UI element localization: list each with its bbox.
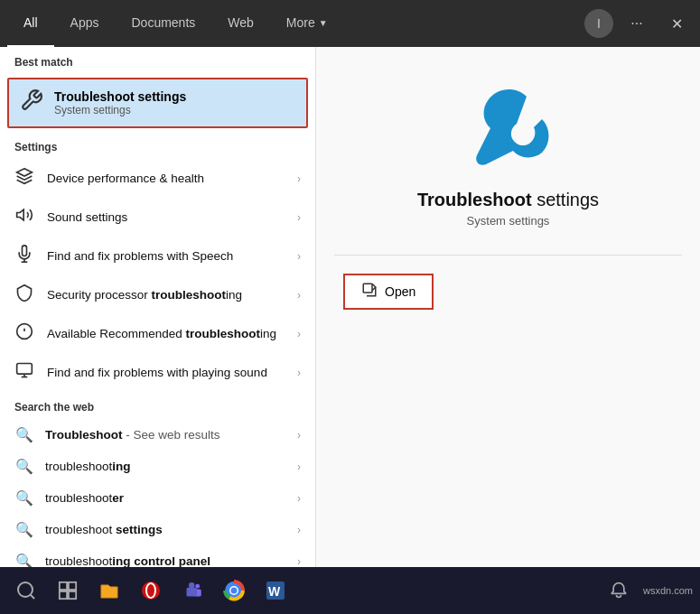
taskbar-right-icons: wsxdn.com [600, 572, 693, 609]
close-icon[interactable]: ✕ [660, 7, 693, 40]
chevron-right-icon: › [297, 429, 301, 442]
search-icon: 🔍 [14, 426, 34, 443]
settings-section-label: Settings [0, 132, 315, 159]
nav-actions: I ··· ✕ [584, 7, 693, 40]
device-health-icon [14, 167, 34, 190]
svg-rect-14 [69, 582, 76, 590]
search-results-panel: Best match Troubleshoot settings System … [0, 47, 316, 567]
divider [334, 255, 682, 256]
list-item[interactable]: Device performance & health › [0, 159, 315, 198]
svg-rect-13 [60, 582, 67, 590]
svg-rect-6 [17, 364, 33, 375]
list-item-text: Sound settings [47, 210, 285, 224]
taskbar-chrome-icon[interactable] [215, 572, 253, 609]
chevron-right-icon: › [297, 172, 301, 185]
chevron-right-icon: › [297, 555, 301, 568]
tab-more[interactable]: More ▼ [270, 0, 344, 47]
list-item-text: Find and fix problems with Speech [47, 249, 285, 263]
best-match-text: Troubleshoot settings System settings [54, 89, 186, 116]
web-search-text: troubleshooting [45, 460, 286, 473]
web-search-item[interactable]: 🔍 troubleshoot settings › [0, 514, 315, 545]
taskbar-teams-icon[interactable] [173, 572, 211, 609]
security-processor-icon [14, 284, 34, 306]
troubleshoot-icon [20, 88, 43, 117]
chevron-right-icon: › [297, 524, 301, 536]
open-label: Open [385, 284, 415, 299]
svg-point-24 [231, 588, 238, 594]
web-search-text: troubleshoot settings [45, 523, 286, 536]
taskbar-explorer-icon[interactable] [90, 572, 128, 609]
tab-web[interactable]: Web [211, 0, 270, 47]
taskbar-opera-icon[interactable] [132, 572, 170, 609]
taskbar-time: wsxdn.com [643, 585, 693, 596]
svg-point-11 [18, 582, 33, 597]
svg-rect-16 [69, 591, 76, 599]
svg-rect-10 [363, 284, 372, 293]
list-item-text: Device performance & health [47, 172, 285, 185]
web-search-text: troubleshooting control panel [45, 554, 286, 567]
chevron-right-icon: › [297, 367, 301, 379]
svg-rect-15 [60, 591, 67, 599]
open-button[interactable]: Open [343, 274, 434, 310]
recommended-troubleshoot-icon [14, 322, 34, 345]
best-match-label: Best match [0, 47, 315, 74]
svg-rect-20 [187, 588, 197, 597]
list-item-text: Security processor troubleshooting [47, 288, 285, 302]
chevron-down-icon: ▼ [319, 18, 328, 28]
chevron-right-icon: › [297, 289, 301, 302]
web-search-item[interactable]: 🔍 troubleshooter › [0, 482, 315, 514]
chevron-right-icon: › [297, 460, 301, 473]
list-item[interactable]: Sound settings › [0, 198, 315, 237]
web-search-text: troubleshooter [45, 491, 286, 505]
search-icon: 🔍 [14, 458, 34, 475]
search-icon: 🔍 [14, 521, 34, 538]
list-item[interactable]: Security processor troubleshooting › [0, 275, 315, 314]
list-item-text: Find and fix problems with playing sound [47, 366, 285, 379]
chevron-right-icon: › [297, 492, 301, 505]
user-avatar[interactable]: I [584, 9, 613, 38]
web-search-item[interactable]: 🔍 Troubleshoot - See web results › [0, 419, 315, 451]
taskbar: W wsxdn.com [0, 567, 700, 614]
chevron-right-icon: › [297, 328, 301, 340]
svg-point-9 [480, 154, 489, 163]
search-icon: 🔍 [14, 489, 34, 507]
main-content: Best match Troubleshoot settings System … [0, 47, 700, 567]
detail-subtitle: System settings [467, 214, 550, 228]
open-external-icon [361, 282, 378, 302]
taskbar-search-icon[interactable] [7, 572, 45, 609]
svg-text:W: W [268, 584, 281, 599]
list-item[interactable]: Find and fix problems with playing sound… [0, 353, 315, 392]
speech-icon [14, 245, 34, 267]
web-search-label: Search the web [0, 392, 315, 419]
best-match-subtitle: System settings [54, 104, 186, 116]
list-item-text: Available Recommended troubleshooting [47, 327, 285, 340]
web-search-text: Troubleshoot - See web results [45, 428, 286, 442]
svg-line-12 [31, 595, 34, 599]
svg-marker-0 [17, 209, 24, 220]
svg-point-21 [189, 582, 195, 589]
taskbar-taskview-icon[interactable] [49, 572, 87, 609]
best-match-title: Troubleshoot settings [54, 89, 186, 104]
web-search-item[interactable]: 🔍 troubleshooting › [0, 451, 315, 482]
taskbar-notification-icon[interactable] [600, 572, 638, 609]
tab-documents[interactable]: Documents [115, 0, 211, 47]
detail-panel: Troubleshoot settings System settings Op… [316, 47, 700, 567]
list-item[interactable]: Find and fix problems with Speech › [0, 237, 315, 275]
top-nav: All Apps Documents Web More ▼ I ··· ✕ [0, 0, 700, 47]
svg-point-19 [195, 584, 200, 589]
chevron-right-icon: › [297, 211, 301, 224]
tab-apps[interactable]: Apps [54, 0, 116, 47]
list-item[interactable]: Available Recommended troubleshooting › [0, 314, 315, 353]
taskbar-word-icon[interactable]: W [257, 572, 294, 609]
search-icon: 🔍 [14, 553, 34, 567]
chevron-right-icon: › [297, 250, 301, 263]
detail-wrench-icon [463, 83, 554, 173]
more-options-icon[interactable]: ··· [621, 7, 653, 40]
web-search-item[interactable]: 🔍 troubleshooting control panel › [0, 545, 315, 567]
playing-sound-icon [14, 361, 34, 384]
best-match-item[interactable]: Troubleshoot settings System settings [7, 78, 308, 128]
tab-all[interactable]: All [7, 0, 54, 47]
sound-icon [14, 206, 34, 228]
detail-title: Troubleshoot settings [417, 190, 599, 210]
